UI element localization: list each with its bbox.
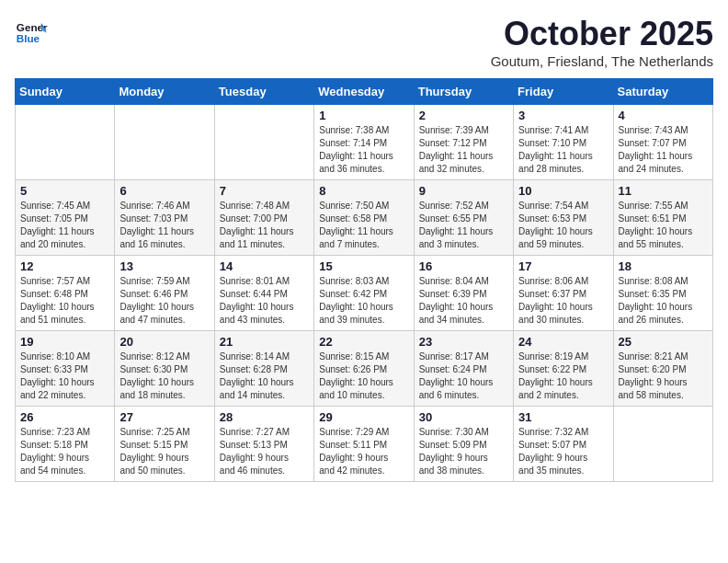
day-info: Sunrise: 7:23 AM Sunset: 5:18 PM Dayligh…	[20, 426, 109, 477]
day-number: 12	[20, 259, 109, 273]
calendar-cell: 11Sunrise: 7:55 AM Sunset: 6:51 PM Dayli…	[613, 180, 712, 256]
day-info: Sunrise: 7:30 AM Sunset: 5:09 PM Dayligh…	[419, 426, 508, 477]
day-info: Sunrise: 7:52 AM Sunset: 6:55 PM Dayligh…	[419, 200, 508, 251]
calendar-week-row: 5Sunrise: 7:45 AM Sunset: 7:05 PM Daylig…	[16, 180, 713, 256]
calendar-cell: 29Sunrise: 7:29 AM Sunset: 5:11 PM Dayli…	[314, 407, 414, 482]
calendar-week-row: 26Sunrise: 7:23 AM Sunset: 5:18 PM Dayli…	[16, 407, 713, 482]
day-info: Sunrise: 8:04 AM Sunset: 6:39 PM Dayligh…	[419, 275, 508, 327]
day-number: 9	[419, 184, 508, 198]
day-number: 22	[319, 335, 408, 349]
day-info: Sunrise: 8:15 AM Sunset: 6:26 PM Dayligh…	[319, 350, 408, 402]
day-info: Sunrise: 7:45 AM Sunset: 7:05 PM Dayligh…	[20, 200, 109, 251]
calendar-cell: 21Sunrise: 8:14 AM Sunset: 6:28 PM Dayli…	[214, 331, 313, 407]
calendar-cell: 30Sunrise: 7:30 AM Sunset: 5:09 PM Dayli…	[414, 407, 513, 482]
day-number: 5	[20, 184, 109, 198]
calendar-cell: 9Sunrise: 7:52 AM Sunset: 6:55 PM Daylig…	[414, 180, 513, 256]
day-number: 27	[119, 410, 209, 424]
calendar-cell: 19Sunrise: 8:10 AM Sunset: 6:33 PM Dayli…	[16, 331, 115, 407]
day-number: 6	[119, 184, 209, 198]
calendar-week-row: 12Sunrise: 7:57 AM Sunset: 6:48 PM Dayli…	[16, 256, 713, 331]
day-info: Sunrise: 7:43 AM Sunset: 7:07 PM Dayligh…	[619, 124, 708, 176]
day-info: Sunrise: 7:55 AM Sunset: 6:51 PM Dayligh…	[619, 200, 708, 251]
header-saturday: Saturday	[613, 79, 712, 105]
day-info: Sunrise: 7:32 AM Sunset: 5:07 PM Dayligh…	[518, 426, 608, 477]
header-tuesday: Tuesday	[214, 79, 313, 105]
day-number: 8	[319, 184, 408, 198]
calendar-cell: 22Sunrise: 8:15 AM Sunset: 6:26 PM Dayli…	[314, 331, 414, 407]
page-header: General Blue October 2025 Goutum, Friesl…	[15, 15, 713, 69]
location-subtitle: Goutum, Friesland, The Netherlands	[491, 53, 713, 69]
calendar-cell: 16Sunrise: 8:04 AM Sunset: 6:39 PM Dayli…	[414, 256, 513, 331]
day-number: 3	[518, 109, 608, 122]
calendar-cell: 12Sunrise: 7:57 AM Sunset: 6:48 PM Dayli…	[16, 256, 115, 331]
calendar-cell: 15Sunrise: 8:03 AM Sunset: 6:42 PM Dayli…	[314, 256, 414, 331]
calendar-table: SundayMondayTuesdayWednesdayThursdayFrid…	[15, 78, 713, 482]
calendar-cell: 3Sunrise: 7:41 AM Sunset: 7:10 PM Daylig…	[514, 105, 613, 180]
calendar-cell: 24Sunrise: 8:19 AM Sunset: 6:22 PM Dayli…	[514, 331, 613, 407]
day-number: 2	[419, 109, 508, 122]
calendar-cell: 13Sunrise: 7:59 AM Sunset: 6:46 PM Dayli…	[115, 256, 214, 331]
day-number: 25	[619, 335, 708, 349]
header-wednesday: Wednesday	[314, 79, 414, 105]
day-info: Sunrise: 8:17 AM Sunset: 6:24 PM Dayligh…	[419, 350, 508, 402]
day-info: Sunrise: 8:10 AM Sunset: 6:33 PM Dayligh…	[20, 350, 109, 402]
logo-icon: General Blue	[15, 15, 48, 48]
day-number: 11	[619, 184, 708, 198]
header-thursday: Thursday	[414, 79, 513, 105]
calendar-cell: 2Sunrise: 7:39 AM Sunset: 7:12 PM Daylig…	[414, 105, 513, 180]
day-number: 13	[119, 259, 209, 273]
calendar-cell: 26Sunrise: 7:23 AM Sunset: 5:18 PM Dayli…	[16, 407, 115, 482]
day-number: 1	[319, 109, 408, 122]
day-info: Sunrise: 7:46 AM Sunset: 7:03 PM Dayligh…	[119, 200, 209, 251]
calendar-cell: 7Sunrise: 7:48 AM Sunset: 7:00 PM Daylig…	[214, 180, 313, 256]
day-number: 15	[319, 259, 408, 273]
day-info: Sunrise: 7:41 AM Sunset: 7:10 PM Dayligh…	[518, 124, 608, 176]
calendar-cell: 8Sunrise: 7:50 AM Sunset: 6:58 PM Daylig…	[314, 180, 414, 256]
day-info: Sunrise: 7:50 AM Sunset: 6:58 PM Dayligh…	[319, 200, 408, 251]
day-info: Sunrise: 8:03 AM Sunset: 6:42 PM Dayligh…	[319, 275, 408, 327]
day-info: Sunrise: 7:39 AM Sunset: 7:12 PM Dayligh…	[419, 124, 508, 176]
svg-text:Blue: Blue	[17, 32, 40, 44]
calendar-cell: 18Sunrise: 8:08 AM Sunset: 6:35 PM Dayli…	[613, 256, 712, 331]
day-info: Sunrise: 7:27 AM Sunset: 5:13 PM Dayligh…	[220, 426, 309, 477]
day-info: Sunrise: 8:08 AM Sunset: 6:35 PM Dayligh…	[619, 275, 708, 327]
calendar-cell: 31Sunrise: 7:32 AM Sunset: 5:07 PM Dayli…	[514, 407, 613, 482]
day-number: 7	[220, 184, 309, 198]
day-number: 29	[319, 410, 408, 424]
title-block: October 2025 Goutum, Friesland, The Neth…	[491, 15, 713, 69]
day-number: 19	[20, 335, 109, 349]
calendar-cell: 17Sunrise: 8:06 AM Sunset: 6:37 PM Dayli…	[514, 256, 613, 331]
day-info: Sunrise: 7:25 AM Sunset: 5:15 PM Dayligh…	[119, 426, 209, 477]
logo: General Blue	[15, 15, 51, 48]
day-number: 14	[220, 259, 309, 273]
day-info: Sunrise: 8:14 AM Sunset: 6:28 PM Dayligh…	[220, 350, 309, 402]
header-sunday: Sunday	[16, 79, 115, 105]
calendar-cell: 20Sunrise: 8:12 AM Sunset: 6:30 PM Dayli…	[115, 331, 214, 407]
calendar-cell: 10Sunrise: 7:54 AM Sunset: 6:53 PM Dayli…	[514, 180, 613, 256]
day-info: Sunrise: 7:48 AM Sunset: 7:00 PM Dayligh…	[220, 200, 309, 251]
calendar-cell	[214, 105, 313, 180]
calendar-cell	[613, 407, 712, 482]
day-info: Sunrise: 7:57 AM Sunset: 6:48 PM Dayligh…	[20, 275, 109, 327]
calendar-cell: 23Sunrise: 8:17 AM Sunset: 6:24 PM Dayli…	[414, 331, 513, 407]
day-info: Sunrise: 7:29 AM Sunset: 5:11 PM Dayligh…	[319, 426, 408, 477]
calendar-cell: 4Sunrise: 7:43 AM Sunset: 7:07 PM Daylig…	[613, 105, 712, 180]
calendar-cell: 14Sunrise: 8:01 AM Sunset: 6:44 PM Dayli…	[214, 256, 313, 331]
day-number: 30	[419, 410, 508, 424]
day-number: 24	[518, 335, 608, 349]
calendar-cell: 28Sunrise: 7:27 AM Sunset: 5:13 PM Dayli…	[214, 407, 313, 482]
day-number: 16	[419, 259, 508, 273]
calendar-week-row: 1Sunrise: 7:38 AM Sunset: 7:14 PM Daylig…	[16, 105, 713, 180]
calendar-week-row: 19Sunrise: 8:10 AM Sunset: 6:33 PM Dayli…	[16, 331, 713, 407]
day-info: Sunrise: 7:59 AM Sunset: 6:46 PM Dayligh…	[119, 275, 209, 327]
day-number: 17	[518, 259, 608, 273]
month-title: October 2025	[491, 15, 713, 53]
day-number: 20	[119, 335, 209, 349]
day-info: Sunrise: 8:12 AM Sunset: 6:30 PM Dayligh…	[119, 350, 209, 402]
day-number: 26	[20, 410, 109, 424]
day-number: 10	[518, 184, 608, 198]
day-info: Sunrise: 8:21 AM Sunset: 6:20 PM Dayligh…	[619, 350, 708, 402]
calendar-cell	[115, 105, 214, 180]
calendar-cell	[16, 105, 115, 180]
calendar-cell: 5Sunrise: 7:45 AM Sunset: 7:05 PM Daylig…	[16, 180, 115, 256]
